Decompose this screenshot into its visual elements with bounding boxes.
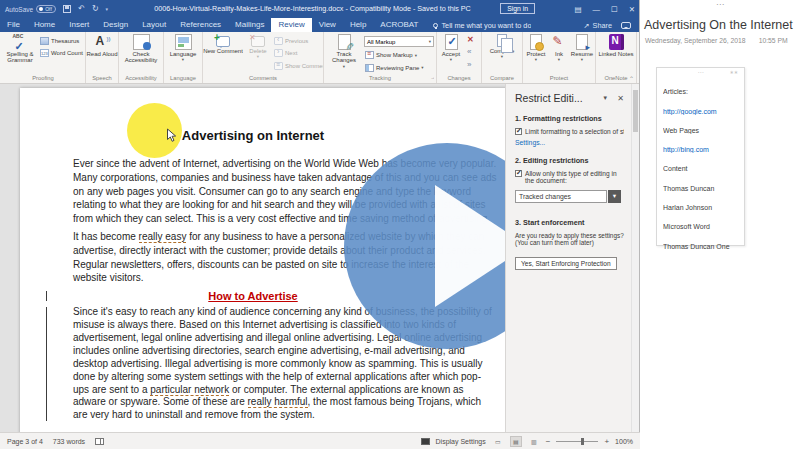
zoom-slider-thumb[interactable] — [581, 438, 584, 445]
tab-help[interactable]: Help — [343, 18, 373, 32]
thesaurus-icon — [40, 37, 49, 45]
collapse-ribbon-icon[interactable]: ⌃ — [629, 75, 634, 82]
chevron-down-icon: ▾ — [450, 57, 452, 62]
scrollbar-thumb[interactable] — [633, 90, 638, 132]
maximize-button[interactable]: ☐ — [611, 5, 618, 14]
allow-editing-checkbox[interactable] — [515, 170, 522, 177]
thesaurus-button[interactable]: Thesaurus — [39, 36, 85, 45]
note-link[interactable]: http://google.com — [663, 108, 738, 115]
previous-change-icon-button[interactable] — [465, 49, 481, 58]
tab-mailings[interactable]: Mailings — [228, 18, 271, 32]
zoom-in-button[interactable]: + — [604, 437, 609, 446]
read-mode-button[interactable]: ▭ — [492, 436, 504, 447]
note-item: Content — [663, 165, 738, 172]
word-count-indicator[interactable]: 733 words — [53, 438, 85, 445]
language-button[interactable]: Language▾ — [164, 32, 202, 73]
autosave-label: AutoSave — [5, 6, 33, 13]
delete-comment-icon — [251, 36, 265, 47]
ribbon-group-protect: Protect▾Ink▾Resume▾Protect — [523, 32, 596, 83]
linked-notes-button[interactable]: Linked Notes — [596, 32, 636, 73]
limit-formatting-label: Limit formatting to a selection of style… — [525, 128, 624, 136]
note-time: 10:55 PM — [759, 37, 788, 44]
pane-dropdown-icon[interactable]: ▼ — [602, 95, 608, 101]
resume-button[interactable]: Resume▾ — [569, 32, 595, 73]
web-layout-button[interactable]: ▥ — [528, 436, 540, 447]
ribbon-group-label: Compare — [482, 73, 522, 83]
accept-button[interactable]: Accept▾ — [437, 32, 465, 73]
autosave-toggle[interactable]: AutoSave Off — [5, 5, 56, 13]
tab-home[interactable]: Home — [27, 18, 62, 32]
pane-close-icon[interactable]: ✕ — [617, 94, 624, 103]
show-comments-icon — [274, 62, 283, 70]
note-item: Harlan Johnson — [663, 204, 738, 211]
dropdown-arrow-icon[interactable]: ▼ — [608, 190, 621, 203]
page-indicator[interactable]: Page 3 of 4 — [7, 438, 43, 445]
tab-file[interactable]: File — [0, 18, 27, 32]
zoom-out-button[interactable]: − — [546, 437, 551, 446]
share-button[interactable]: ↗Share — [583, 21, 612, 30]
tab-references[interactable]: References — [173, 18, 228, 32]
read-aloud-label: Read Aloud — [86, 51, 117, 57]
tab-review[interactable]: Review — [271, 18, 311, 32]
show-comments-button: Show Comments — [273, 61, 323, 70]
note-title[interactable]: Advertising On the Internet — [641, 18, 800, 32]
word-count-button[interactable]: Word Count — [39, 49, 85, 58]
close-button[interactable]: ✕ — [629, 5, 635, 14]
reject-icon-button[interactable] — [465, 36, 481, 45]
redo-icon[interactable]: ↻ — [92, 0, 99, 18]
limit-formatting-checkbox[interactable] — [515, 128, 522, 135]
start-enforcing-button[interactable]: Yes, Start Enforcing Protection — [515, 257, 617, 270]
check-accessibility-button[interactable]: Check Accessibility — [119, 32, 163, 73]
note-box-handle-icon[interactable]: ⋯ — [663, 69, 738, 76]
ink-button[interactable]: Ink▾ — [549, 32, 569, 73]
editing-type-dropdown[interactable]: Tracked changes ▼ — [515, 190, 621, 203]
dialog-launcher-icon[interactable]: ⌐ — [431, 74, 434, 83]
note-container[interactable]: ⋯ Articles:http://google.comWeb Pageshtt… — [656, 67, 745, 246]
panel-more-icon[interactable]: ⋯ — [641, 0, 800, 9]
reviewing-pane-button[interactable]: Reviewing Pane▾ — [364, 63, 436, 72]
tab-layout[interactable]: Layout — [135, 18, 173, 32]
sign-in-button[interactable]: Sign in — [500, 3, 535, 14]
protect-icon — [530, 34, 542, 50]
ribbon-group-compare: Compare▾Compare — [482, 32, 523, 83]
protect-button[interactable]: Protect▾ — [523, 32, 549, 73]
tell-me-box[interactable]: Tell me what you want to do — [433, 18, 531, 32]
spelling-grammar-button[interactable]: Spelling & Grammar — [1, 32, 39, 73]
check-accessibility-label: Check Accessibility — [119, 51, 163, 64]
word-count-icon — [40, 49, 49, 57]
undo-icon[interactable]: ↶ — [78, 0, 85, 18]
show-comments-label: Show Comments — [285, 63, 323, 69]
minimize-button[interactable]: — — [592, 5, 600, 14]
comments-icon[interactable] — [621, 22, 631, 29]
settings-link[interactable]: Settings... — [515, 139, 624, 146]
proofing-status-icon[interactable] — [95, 438, 104, 445]
print-layout-button[interactable]: ▤ — [510, 436, 522, 447]
language-icon — [175, 34, 192, 50]
display-settings-label[interactable]: Display Settings — [436, 438, 486, 445]
linked-notes-icon — [609, 34, 624, 50]
note-items: Articles:http://google.comWeb Pageshttp:… — [663, 88, 738, 249]
menubar-right: ↗Share — [583, 18, 639, 32]
new-comment-button[interactable]: New Comment — [203, 32, 243, 73]
tab-view[interactable]: View — [312, 18, 343, 32]
next-comment-icon — [274, 49, 283, 57]
all-markup-select[interactable]: All Markup▾ — [364, 36, 434, 47]
tab-insert[interactable]: Insert — [62, 18, 96, 32]
tab-acrobat[interactable]: ACROBAT — [373, 18, 425, 32]
track-changes-button[interactable]: Track Changes▾ — [324, 32, 364, 73]
status-bar: Page 3 of 4 733 words Display Settings ▭… — [0, 432, 640, 449]
qat-dropdown-icon[interactable]: ▾ — [106, 6, 109, 12]
onenote-panel: ⋯ Advertising On the Internet Wednesday,… — [641, 0, 800, 449]
ink-icon — [551, 34, 568, 50]
save-icon[interactable] — [63, 5, 71, 13]
show-markup-button[interactable]: Show Markup▾ — [364, 51, 436, 60]
document-scrollbar[interactable] — [631, 84, 639, 432]
compare-button[interactable]: Compare▾ — [482, 32, 522, 73]
zoom-slider[interactable] — [556, 441, 598, 442]
note-link[interactable]: http://bing.com — [663, 146, 738, 153]
ribbon-display-options-icon[interactable]: ▤ — [574, 5, 581, 14]
tab-design[interactable]: Design — [96, 18, 135, 32]
read-aloud-button[interactable]: Read Aloud — [86, 32, 118, 73]
next-change-icon-button[interactable] — [465, 61, 481, 70]
zoom-level[interactable]: 100% — [615, 438, 633, 445]
